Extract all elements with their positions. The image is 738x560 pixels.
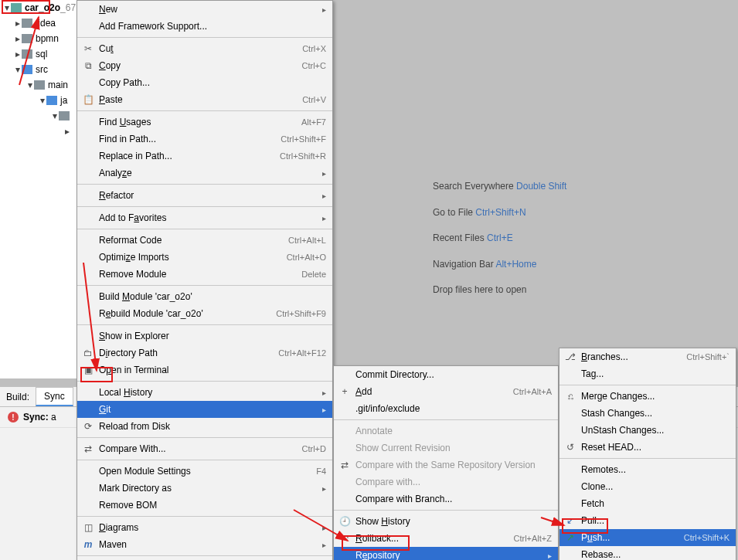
menu-find-in-path[interactable]: Find in Path...Ctrl+Shift+F: [77, 131, 332, 148]
chevron-right-icon: ▸: [14, 33, 22, 44]
submenu-arrow-icon: ▸: [539, 552, 552, 560]
menu-show-explorer[interactable]: Show in Explorer: [77, 328, 332, 344]
folder-icon: [46, 96, 57, 105]
folder-icon: [22, 65, 32, 74]
folder-icon: [22, 49, 32, 59]
project-tree[interactable]: ▾ car_o2o_67 ▸.idea ▸bpmn ▸sql ▾src ▾mai…: [0, 0, 77, 378]
menu-open-module-settings[interactable]: Open Module SettingsF4: [77, 463, 332, 480]
folder-icon: [34, 80, 45, 90]
chevron-down-icon: ▾: [26, 80, 34, 90]
menu-reformat[interactable]: Reformat CodeCtrl+Alt+L: [77, 232, 332, 249]
menu-build-module[interactable]: Build Module 'car_o2o': [77, 288, 332, 305]
tree-item[interactable]: ▾: [0, 108, 77, 124]
tree-item[interactable]: ▸: [0, 124, 77, 139]
reload-icon: ⟳: [82, 420, 94, 433]
tab-sync[interactable]: Sync: [36, 387, 73, 406]
menu-unstash-changes[interactable]: UnStash Changes...: [559, 422, 736, 439]
menu-reset-head[interactable]: ↺Reset HEAD...: [559, 439, 736, 456]
menu-compare-with[interactable]: ⇄Compare With...Ctrl+D: [77, 440, 332, 457]
submenu-arrow-icon: ▸: [313, 214, 326, 222]
menu-directory-path[interactable]: 🗀Directory PathCtrl+Alt+F12: [77, 344, 332, 361]
menu-reload-disk[interactable]: ⟳Reload from Disk: [77, 418, 332, 435]
menu-local-history[interactable]: Local History▸: [77, 384, 332, 401]
plus-icon: +: [338, 385, 351, 398]
menu-replace-in-path[interactable]: Replace in Path...Ctrl+Shift+R: [77, 148, 332, 165]
menu-branches[interactable]: ⎇Branches...Ctrl+Shift+`: [559, 348, 736, 365]
paste-icon: 📋: [82, 93, 94, 106]
chevron-right-icon: ▸: [63, 126, 71, 137]
submenu-git[interactable]: Commit Directory... +AddCtrl+Alt+A .git/…: [333, 365, 559, 560]
push-icon: ↗: [564, 531, 576, 544]
menu-git-add[interactable]: +AddCtrl+Alt+A: [334, 383, 558, 400]
copy-icon: ⧉: [82, 59, 94, 72]
tree-item[interactable]: ▾main: [0, 77, 77, 93]
folder-icon: [11, 3, 22, 12]
menu-fetch[interactable]: Fetch: [559, 495, 736, 512]
tree-item[interactable]: ▸bpmn: [0, 31, 77, 46]
tree-item[interactable]: ▾src: [0, 62, 77, 77]
menu-find-usages[interactable]: Find UsagesAlt+F7: [77, 114, 332, 131]
tree-item[interactable]: ▾ja: [0, 93, 77, 108]
submenu-arrow-icon: ▸: [313, 524, 326, 532]
menu-compare-branch[interactable]: Compare with Branch...: [334, 490, 558, 507]
menu-cut[interactable]: ✂CutCtrl+X: [77, 40, 332, 57]
menu-annotate: Annotate: [334, 423, 558, 440]
submenu-arrow-icon: ▸: [313, 389, 326, 397]
menu-rebase[interactable]: Rebase...: [559, 546, 736, 560]
submenu-arrow-icon: ▸: [313, 406, 326, 414]
menu-rollback[interactable]: ↶Rollback...Ctrl+Alt+Z: [334, 530, 558, 547]
branch-icon: ⎇: [564, 351, 576, 363]
pull-icon: ↙: [564, 514, 576, 527]
rollback-icon: ↶: [338, 532, 351, 545]
menu-diagrams[interactable]: ◫Diagrams▸: [77, 519, 332, 536]
menu-add-favorites[interactable]: Add to Favorites▸: [77, 209, 332, 226]
submenu-repository[interactable]: ⎇Branches...Ctrl+Shift+` Tag... ⎌Merge C…: [559, 348, 736, 560]
submenu-arrow-icon: ▸: [313, 484, 326, 493]
menu-refactor[interactable]: Refactor▸: [77, 187, 332, 204]
tree-item[interactable]: ▸.idea: [0, 15, 77, 31]
folder-icon: [22, 34, 32, 43]
menu-push[interactable]: ↗Push...Ctrl+Shift+K: [559, 529, 736, 546]
menu-git-info-exclude[interactable]: .git/info/exclude: [334, 400, 558, 417]
context-menu-project[interactable]: New▸ Add Framework Support... ✂CutCtrl+X…: [77, 0, 333, 560]
menu-maven[interactable]: mMaven▸: [77, 536, 332, 553]
menu-new[interactable]: New▸: [77, 1, 332, 18]
menu-add-framework[interactable]: Add Framework Support...: [77, 18, 332, 35]
compare-icon: ⇄: [82, 443, 94, 455]
menu-paste[interactable]: 📋PasteCtrl+V: [77, 91, 332, 108]
menu-copy-path[interactable]: Copy Path...: [77, 74, 332, 91]
menu-show-history[interactable]: 🕘Show History: [334, 513, 558, 530]
editor-hints: Search Everywhere Double Shift Go to Fil…: [433, 174, 566, 304]
submenu-arrow-icon: ▸: [313, 5, 326, 14]
menu-commit-directory[interactable]: Commit Directory...: [334, 366, 558, 383]
cut-icon: ✂: [82, 42, 94, 55]
menu-remove-module[interactable]: Remove ModuleDelete: [77, 266, 332, 283]
menu-rebuild-module[interactable]: Rebuild Module 'car_o2o'Ctrl+Shift+F9: [77, 305, 332, 322]
menu-mark-directory[interactable]: Mark Directory as▸: [77, 480, 332, 497]
menu-tag[interactable]: Tag...: [559, 365, 736, 382]
menu-remove-bom[interactable]: Remove BOM: [77, 497, 332, 514]
menu-merge-changes[interactable]: ⎌Merge Changes...: [559, 388, 736, 405]
chevron-right-icon: ▸: [14, 18, 22, 29]
menu-git[interactable]: Git▸: [77, 401, 332, 418]
menu-clone[interactable]: Clone...: [559, 478, 736, 495]
menu-remotes[interactable]: Remotes...: [559, 461, 736, 478]
chevron-down-icon: ▾: [14, 64, 22, 75]
submenu-arrow-icon: ▸: [313, 169, 326, 178]
chevron-right-icon: ▸: [14, 49, 22, 59]
menu-show-current-revision: Show Current Revision: [334, 440, 558, 456]
menu-optimize-imports[interactable]: Optimize ImportsCtrl+Alt+O: [77, 249, 332, 266]
submenu-arrow-icon: ▸: [313, 192, 326, 200]
tree-root[interactable]: ▾ car_o2o_67: [0, 0, 77, 15]
diagram-icon: ◫: [82, 521, 94, 534]
menu-repository[interactable]: Repository▸: [334, 547, 558, 560]
tree-item[interactable]: ▸sql: [0, 46, 77, 62]
menu-copy[interactable]: ⧉CopyCtrl+C: [77, 57, 332, 74]
menu-stash-changes[interactable]: Stash Changes...: [559, 405, 736, 422]
submenu-arrow-icon: ▸: [313, 541, 326, 549]
menu-pull[interactable]: ↙Pull...: [559, 512, 736, 529]
folder-icon: [59, 111, 70, 120]
menu-open-terminal[interactable]: ▣Open in Terminal: [77, 361, 332, 378]
terminal-icon: ▣: [82, 364, 94, 376]
menu-analyze[interactable]: Analyze▸: [77, 165, 332, 182]
